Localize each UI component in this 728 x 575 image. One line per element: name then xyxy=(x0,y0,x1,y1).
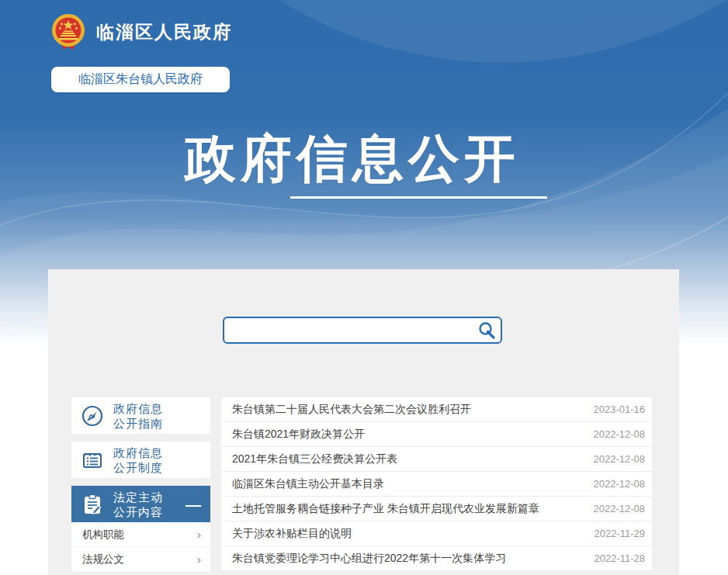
sidebar-item-label: 公开制度 xyxy=(113,460,163,475)
article-title: 朱台镇2021年财政决算公开 xyxy=(232,428,594,442)
search-button[interactable] xyxy=(473,318,501,342)
sidebar-item-public-info-system[interactable]: 政府信息 公开制度 xyxy=(71,442,210,478)
title-underline xyxy=(290,196,547,199)
article-date: 2022-12-08 xyxy=(594,478,646,490)
article-title: 2021年朱台镇三公经费决算公开表 xyxy=(232,452,594,466)
sidebar-item-label: 公开指南 xyxy=(113,416,163,431)
sidebar-nav: 政府信息 公开指南 政府信息 公开制度 xyxy=(71,397,210,572)
article-date: 2022-12-08 xyxy=(594,503,646,514)
article-date: 2022-12-08 xyxy=(594,428,646,440)
clipboard-pencil-icon xyxy=(81,493,104,516)
search-icon xyxy=(477,320,497,341)
site-name: 临淄区人民政府 xyxy=(96,20,232,44)
sidebar-item-label: 政府信息 xyxy=(113,401,163,416)
submenu-item-agency-functions[interactable]: 机构职能 › xyxy=(71,522,210,547)
article-row[interactable]: 朱台镇2021年财政决算公开 2022-12-08 xyxy=(221,422,652,447)
site-logo-row: 临淄区人民政府 xyxy=(50,12,232,51)
chevron-right-icon: › xyxy=(197,552,201,566)
article-date: 2022-11-28 xyxy=(594,552,645,564)
page-title: 政府信息公开 xyxy=(0,124,728,194)
chevron-right-icon: › xyxy=(197,528,201,541)
article-row[interactable]: 临淄区朱台镇主动公开基本目录 2022-12-08 xyxy=(221,472,652,497)
submenu-item-label: 机构职能 xyxy=(82,528,124,542)
collapse-indicator[interactable]: — xyxy=(185,501,203,508)
article-date: 2023-01-16 xyxy=(594,404,646,415)
content-panel: 政府信息 公开指南 政府信息 公开制度 xyxy=(48,269,679,575)
article-title: 土地托管服务耦合链接种子产业 朱台镇开启现代农业发展新篇章 xyxy=(232,502,594,516)
sidebar-item-label: 政府信息 xyxy=(113,445,163,460)
article-list: 朱台镇第二十届人民代表大会第二次会议胜利召开 2023-01-16 朱台镇202… xyxy=(221,397,652,571)
article-row[interactable]: 朱台镇第二十届人民代表大会第二次会议胜利召开 2023-01-16 xyxy=(221,397,652,422)
article-row[interactable]: 关于涉农补贴栏目的说明 2022-11-29 xyxy=(221,521,652,546)
sidebar-item-public-info-guide[interactable]: 政府信息 公开指南 xyxy=(71,397,210,434)
document-icon xyxy=(81,449,104,472)
article-title: 朱台镇第二十届人民代表大会第二次会议胜利召开 xyxy=(232,403,594,417)
article-title: 关于涉农补贴栏目的说明 xyxy=(232,527,594,541)
article-date: 2022-11-29 xyxy=(594,528,645,539)
article-row[interactable]: 土地托管服务耦合链接种子产业 朱台镇开启现代农业发展新篇章 2022-12-08 xyxy=(221,497,652,521)
sidebar-item-label: 法定主动 xyxy=(113,490,163,504)
search-input[interactable] xyxy=(224,318,473,342)
sidebar-item-statutory-disclosure[interactable]: 法定主动 公开内容 — xyxy=(71,486,210,522)
article-title: 临淄区朱台镇主动公开基本目录 xyxy=(232,477,594,491)
sidebar-submenu: 机构职能 › 法规公文 › xyxy=(71,522,210,572)
sidebar-item-label: 公开内容 xyxy=(113,504,163,519)
town-government-button[interactable]: 临淄区朱台镇人民政府 xyxy=(51,67,230,92)
article-row[interactable]: 2021年朱台镇三公经费决算公开表 2022-12-08 xyxy=(221,447,652,472)
article-row[interactable]: 朱台镇党委理论学习中心组进行2022年第十一次集体学习 2022-11-28 xyxy=(221,546,652,571)
article-date: 2022-12-08 xyxy=(594,453,646,465)
compass-icon xyxy=(81,404,104,428)
national-emblem-icon xyxy=(50,12,87,51)
submenu-item-regulations-documents[interactable]: 法规公文 › xyxy=(71,547,210,572)
search-box xyxy=(223,317,502,344)
submenu-item-label: 法规公文 xyxy=(82,552,124,566)
article-title: 朱台镇党委理论学习中心组进行2022年第十一次集体学习 xyxy=(232,552,594,566)
